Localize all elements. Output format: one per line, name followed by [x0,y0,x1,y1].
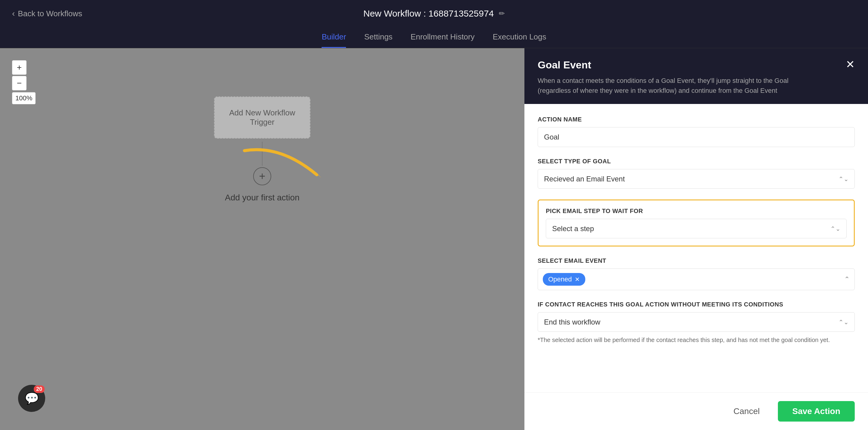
select-email-event-group: SELECT EMAIL EVENT Opened ✕ ⌃ [538,257,855,290]
arrow-annotation [220,139,341,199]
tags-chevron-icon: ⌃ [844,275,849,283]
tabs-bar: Builder Settings Enrollment History Exec… [0,27,868,48]
canvas-area: + − 100% Add New WorkflowTrigger + Add y… [0,48,524,430]
opened-tag: Opened ✕ [543,273,585,286]
action-name-input[interactable] [538,127,855,147]
add-workflow-trigger-box[interactable]: Add New WorkflowTrigger [214,96,310,139]
back-label: Back to Workflows [18,9,82,19]
pick-email-section: PICK EMAIL STEP TO WAIT FOR Select a ste… [538,199,855,246]
panel-title: Goal Event [538,59,809,71]
contact-reaches-wrapper: End this workflow [538,312,855,332]
action-name-group: ACTION NAME [538,116,855,147]
title-text: New Workflow : 1688713525974 [363,8,494,19]
opened-tag-close[interactable]: ✕ [575,276,580,283]
select-goal-group: SELECT TYPE OF GOAL Recieved an Email Ev… [538,158,855,189]
zoom-level-label: 100% [12,92,36,104]
chat-badge: 20 [34,386,44,393]
back-to-workflows-link[interactable]: ‹ Back to Workflows [12,9,82,19]
save-action-button[interactable]: Save Action [778,401,855,422]
zoom-in-button[interactable]: + [12,60,27,75]
main-layout: + − 100% Add New WorkflowTrigger + Add y… [0,48,868,430]
chat-icon: 💬 [25,392,39,405]
select-goal-label: SELECT TYPE OF GOAL [538,158,855,165]
zoom-controls: + − 100% [12,60,36,104]
select-email-event-label: SELECT EMAIL EVENT [538,257,855,264]
edit-icon[interactable]: ✏ [499,9,505,18]
trigger-box-label: Add New WorkflowTrigger [229,108,295,127]
right-panel: Goal Event When a contact meets the cond… [524,48,868,430]
pick-email-wrapper: Select a step [546,219,846,238]
contact-reaches-label: IF CONTACT REACHES THIS GOAL ACTION WITH… [538,301,855,308]
select-goal-wrapper: Recieved an Email Event [538,169,855,189]
pick-email-dropdown[interactable]: Select a step [546,219,846,238]
header: ‹ Back to Workflows New Workflow : 16887… [0,0,868,27]
contact-reaches-dropdown[interactable]: End this workflow [538,312,855,332]
tab-builder[interactable]: Builder [321,32,346,48]
zoom-out-button[interactable]: − [12,76,27,90]
panel-header: Goal Event When a contact meets the cond… [524,48,868,104]
back-chevron-icon: ‹ [12,9,15,19]
opened-tag-label: Opened [548,275,572,283]
panel-header-content: Goal Event When a contact meets the cond… [538,59,809,95]
email-event-tags[interactable]: Opened ✕ ⌃ [538,269,855,290]
chat-widget[interactable]: 💬 20 [18,385,45,412]
tab-execution-logs[interactable]: Execution Logs [493,32,547,48]
workflow-title: New Workflow : 1688713525974 ✏ [363,8,504,19]
panel-footer: Cancel Save Action [524,392,868,430]
action-name-label: ACTION NAME [538,116,855,123]
tab-settings[interactable]: Settings [364,32,393,48]
contact-reaches-group: IF CONTACT REACHES THIS GOAL ACTION WITH… [538,301,855,344]
panel-description: When a contact meets the conditions of a… [538,75,809,95]
note-text: *The selected action will be performed i… [538,335,855,344]
select-goal-dropdown[interactable]: Recieved an Email Event [538,169,855,189]
pick-email-label: PICK EMAIL STEP TO WAIT FOR [546,208,846,215]
tab-enrollment-history[interactable]: Enrollment History [410,32,474,48]
panel-body: ACTION NAME SELECT TYPE OF GOAL Recieved… [524,104,868,392]
panel-close-button[interactable]: ✕ [846,59,855,70]
cancel-button[interactable]: Cancel [723,401,771,422]
